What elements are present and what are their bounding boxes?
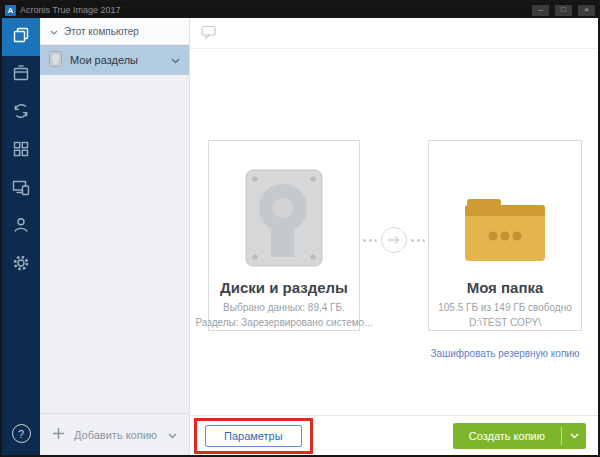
titlebar: A Acronis True Image 2017 – □ × [2, 2, 598, 18]
hdd-icon [209, 141, 359, 273]
add-backup-button[interactable]: Добавить копию [40, 413, 189, 455]
flow-dots-left [363, 239, 377, 242]
backup-flow-indicator [353, 227, 435, 253]
backup-item-my-partitions[interactable]: Мои разделы [40, 45, 189, 75]
computer-selector[interactable]: Этот компьютер [40, 18, 189, 45]
acronis-logo-icon: A [5, 5, 16, 16]
sidebar-item-archive[interactable] [2, 56, 40, 94]
sidebar-item-backup[interactable] [2, 18, 40, 56]
acronis-window: A Acronis True Image 2017 – □ × [0, 0, 600, 457]
chevron-down-icon[interactable] [168, 429, 177, 441]
window-title: Acronis True Image 2017 [20, 5, 526, 15]
maximize-button[interactable]: □ [555, 5, 572, 16]
create-backup-dropdown[interactable] [562, 423, 586, 449]
create-backup-split-button: Создать копию [453, 423, 586, 449]
source-selected-size: Выбрано данных: 89,4 ГБ. [196, 300, 373, 315]
chevron-down-icon[interactable] [171, 54, 180, 66]
sidebar-item-sync[interactable] [2, 94, 40, 132]
window-body: ? Этот компьютер [2, 18, 598, 455]
source-card-details: Выбрано данных: 89,4 ГБ. Разделы: Зарезе… [194, 300, 375, 330]
header-divider [190, 48, 598, 49]
sync-arrows-icon [12, 102, 30, 124]
destination-card-details: 105.5 ГБ из 149 ГБ свободно D:\TEST COPY… [436, 300, 573, 330]
backup-destination-card[interactable]: Моя папка 105.5 ГБ из 149 ГБ свободно D:… [428, 140, 582, 331]
gear-icon [12, 254, 30, 276]
flow-dots-right [411, 239, 425, 242]
parameters-button[interactable]: Параметры [205, 425, 302, 447]
encrypt-backup-link[interactable]: Зашифровать резервную копию [428, 348, 582, 359]
sidebar-item-settings[interactable] [2, 246, 40, 284]
nav-rail: ? [2, 18, 40, 455]
backup-list-panel: Этот компьютер Мои разделы [40, 18, 190, 455]
backup-config-area: Диски и разделы Выбрано данных: 89,4 ГБ.… [190, 18, 598, 455]
create-backup-button[interactable]: Создать копию [453, 423, 561, 449]
add-backup-label: Добавить копию [74, 429, 157, 441]
help-button[interactable]: ? [12, 424, 31, 443]
destination-path: D:\TEST COPY\ [438, 315, 571, 330]
mini-disk-icon [49, 51, 62, 69]
devices-icon [12, 178, 30, 200]
plus-icon [52, 427, 65, 442]
arrow-right-icon [381, 227, 407, 253]
archive-box-icon [12, 64, 30, 86]
sidebar-item-dashboard[interactable] [2, 132, 40, 170]
backup-list-empty-area [40, 75, 189, 413]
backup-item-label: Мои разделы [70, 54, 138, 66]
backup-copies-icon [12, 26, 30, 48]
minimize-button[interactable]: – [532, 5, 549, 16]
destination-free-space: 105.5 ГБ из 149 ГБ свободно [438, 300, 571, 315]
red-annotation-highlight: Параметры [194, 418, 313, 454]
backup-source-card[interactable]: Диски и разделы Выбрано данных: 89,4 ГБ.… [208, 140, 360, 331]
computer-header-label: Этот компьютер [64, 26, 139, 37]
action-bar: Параметры Создать копию [190, 415, 598, 455]
folder-icon [429, 141, 581, 273]
question-mark-icon: ? [18, 428, 24, 440]
chevron-down-icon [50, 26, 58, 37]
source-partitions: Разделы: Зарезервировано системо... [196, 315, 373, 330]
destination-card-title: Моя папка [467, 279, 544, 296]
person-icon [12, 216, 30, 238]
grid-squares-icon [12, 140, 30, 162]
source-card-title: Диски и разделы [220, 279, 348, 296]
comment-bubble-icon[interactable] [201, 25, 217, 43]
sidebar-item-devices[interactable] [2, 170, 40, 208]
close-button[interactable]: × [578, 5, 595, 16]
sidebar-item-account[interactable] [2, 208, 40, 246]
